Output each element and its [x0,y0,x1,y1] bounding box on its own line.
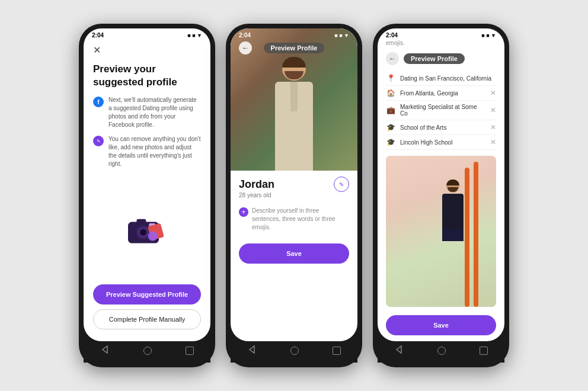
nav-back-3[interactable] [394,345,404,357]
location-icon: 📍 [386,74,395,82]
preview-label-3: Preview Profile [404,53,465,64]
list-item-work: 💼 Marketing Specialist at Some Co ✕ [386,101,496,120]
profile-name: Jordan [239,178,274,191]
nav-bar-2 [231,341,357,363]
complete-profile-manually-button[interactable]: Complete Profile Manually [93,309,201,329]
page-title: Preview your suggested profile [93,63,201,89]
status-bar-3: 2:04 ■ ■ ▼ [378,28,504,40]
emojis-hint: emojis. [378,40,504,49]
person-body [275,82,313,171]
phone1-screen: 2:04 ■ ■ ▼ ✕ Preview your suggested prof… [84,28,210,341]
svg-point-3 [140,229,146,236]
dating-location: Dating in San Francisco, California [400,75,496,82]
svg-marker-9 [250,346,254,353]
person2-body [442,194,464,229]
phone2-lower: Jordan ✎ 28 years old + Describe yoursel… [231,171,357,341]
nav-back-2[interactable] [247,345,257,357]
facebook-info-text: Next, we'll automatically generate a sug… [108,96,201,129]
list-item-location: 📍 Dating in San Francisco, California [386,71,496,86]
second-photo [386,156,496,307]
school1: School of the Arts [400,124,485,131]
hometown: From Atlanta, Georgia [400,90,485,97]
svg-marker-8 [103,346,107,353]
close-button[interactable]: ✕ [93,44,101,56]
school1-icon: 🎓 [386,123,395,132]
preview-label-2: Preview Profile [264,43,325,53]
person2-head [446,180,459,193]
status-bar-1: 2:04 ■ ■ ▼ [84,28,210,40]
info-list: 📍 Dating in San Francisco, California 🏠 … [378,69,504,152]
person-tie [290,82,298,111]
nav-back[interactable] [100,345,110,357]
work-icon: 💼 [386,106,395,114]
save-button-2[interactable]: Save [239,243,349,264]
svg-rect-5 [136,219,146,224]
edit-info-row: ✎ You can remove anything you don't like… [93,135,201,168]
profile-info: Jordan ✎ 28 years old + Describe yoursel… [231,171,357,239]
phone1-content: ✕ Preview your suggested profile f Next,… [84,40,210,341]
describe-placeholder[interactable]: Describe yourself in three sentences, th… [252,207,349,232]
home-icon: 🏠 [386,89,395,97]
svg-marker-10 [397,346,401,353]
status-icons-2: ■ ■ ▼ [334,33,349,39]
phone-2: 2:04 ■ ■ ▼ ← Preview Profile [226,24,362,367]
edit-info-text: You can remove anything you don't like, … [108,135,201,168]
person2-beard [448,187,458,192]
remove-work-button[interactable]: ✕ [490,106,496,114]
phone1-header: ✕ [84,40,210,58]
pencil-icon: ✎ [93,136,104,146]
phone1-buttons: Preview Suggested Profile Complete Profi… [93,284,201,336]
time-2: 2:04 [239,32,251,39]
camera-icon [123,211,171,247]
preview-suggested-profile-button[interactable]: Preview Suggested Profile [93,284,201,305]
remove-school1-button[interactable]: ✕ [490,123,496,132]
status-icons-1: ■ ■ ▼ [187,33,202,39]
person-2 [442,180,464,241]
remove-school2-button[interactable]: ✕ [490,138,496,146]
person-beard [285,71,303,79]
person-head [282,57,306,81]
camera-illustration [93,174,201,284]
status-bar-2: 2:04 ■ ■ ▼ [231,28,357,40]
remove-hometown-button[interactable]: ✕ [490,89,496,97]
second-photo-bg [386,156,496,307]
nav-home-2[interactable] [290,347,299,355]
stair-rail [474,162,478,307]
work: Marketing Specialist at Some Co [400,104,485,117]
save-bar-2: Save [231,239,357,270]
phone-3: 2:04 ■ ■ ▼ emojis. ← Preview Profile 📍 D… [373,24,509,367]
phone3-content: emojis. ← Preview Profile 📍 Dating in Sa… [378,40,504,341]
phone3-screen: 2:04 ■ ■ ▼ emojis. ← Preview Profile 📍 D… [378,28,504,341]
back-button-2[interactable]: ← [239,41,252,55]
edit-profile-button[interactable]: ✎ [334,177,349,192]
save-button-3[interactable]: Save [386,315,496,335]
profile-name-row: Jordan ✎ [239,177,349,192]
save-bar-3: Save [378,310,504,341]
nav-home[interactable] [143,347,152,355]
person2-hair [446,180,459,185]
list-item-hometown: 🏠 From Atlanta, Georgia ✕ [386,86,496,101]
svg-point-7 [148,232,158,241]
profile-age: 28 years old [239,192,349,198]
person2-legs [442,229,464,241]
list-item-school2: 🎓 Lincoln High School ✕ [386,135,496,150]
add-description-icon[interactable]: + [239,207,248,217]
phone3-header: ← Preview Profile [378,49,504,69]
stair-rail2 [465,168,469,307]
time-3: 2:04 [386,32,398,39]
describe-row: + Describe yourself in three sentences, … [239,203,349,235]
nav-recents-3[interactable] [480,347,488,355]
time-1: 2:04 [92,32,104,39]
facebook-info-row: f Next, we'll automatically generate a s… [93,96,201,129]
back-button-3[interactable]: ← [386,52,399,65]
phone-1: 2:04 ■ ■ ▼ ✕ Preview your suggested prof… [79,24,215,367]
facebook-icon: f [93,97,104,107]
list-item-school1: 🎓 School of the Arts ✕ [386,120,496,135]
nav-recents-2[interactable] [333,347,341,355]
phone2-header: ← Preview Profile [231,40,357,56]
status-icons-3: ■ ■ ▼ [481,33,496,39]
school2: Lincoln High School [400,139,485,146]
nav-home-3[interactable] [437,347,446,355]
person-hair [282,57,306,68]
nav-recents[interactable] [186,347,194,355]
